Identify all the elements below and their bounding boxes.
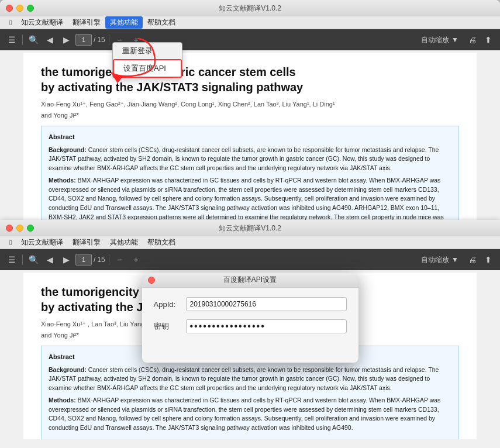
- modal-titlebar: 百度翻译API设置: [142, 273, 358, 288]
- bottom-forward-btn[interactable]: ▶: [59, 253, 73, 267]
- modal-close-button[interactable]: [148, 277, 155, 284]
- bottom-titlebar: 知云文献翻译V1.0.2: [0, 220, 500, 236]
- bottom-right-btns: 🖨 ⬆: [465, 253, 495, 267]
- bottom-zoom-in-btn[interactable]: +: [129, 253, 143, 267]
- bottom-methods-para: Methods: BMX-ARHGAP expression was chara…: [49, 396, 451, 433]
- bottom-back-btn[interactable]: ◀: [43, 253, 57, 267]
- password-input[interactable]: [186, 319, 347, 333]
- bottom-zoom-dropdown-icon[interactable]: ▼: [451, 256, 458, 264]
- menu-app[interactable]: 知云文献翻译: [16, 16, 68, 29]
- zoom-section: 自动缩放 ▼: [421, 35, 458, 45]
- appid-label: AppId:: [154, 300, 186, 309]
- modal-title: 百度翻译API设置: [223, 275, 277, 285]
- sidebar-toggle-btn[interactable]: ☰: [5, 33, 19, 47]
- api-settings-dialog: 百度翻译API设置 AppId: 密钥: [142, 273, 358, 363]
- password-label: 密钥: [154, 321, 186, 332]
- bottom-menubar:  知云文献翻译 翻译引擎 其他功能 帮助文档: [0, 236, 500, 249]
- bottom-window-title: 知云文献翻译V1.0.2: [219, 223, 281, 233]
- bottom-zoom-out-btn[interactable]: −: [113, 253, 127, 267]
- bottom-toolbar: ☰ 🔍 ◀ ▶ / 15 − + 自动缩放 ▼ 🖨 ⬆: [0, 249, 500, 270]
- bottom-menu-other-func[interactable]: 其他功能: [105, 236, 143, 249]
- zoom-dropdown-icon[interactable]: ▼: [451, 36, 458, 44]
- forward-btn[interactable]: ▶: [59, 33, 73, 47]
- menu-apple[interactable]: : [5, 18, 16, 28]
- traffic-lights: [6, 5, 34, 12]
- bottom-toolbar-sep-2: [109, 254, 109, 265]
- share-btn[interactable]: ⬆: [481, 33, 495, 47]
- bottom-background-para: Background: Cancer stem cells (CSCs), dr…: [49, 366, 451, 393]
- modal-body: AppId: 密钥: [142, 288, 358, 351]
- abstract-title: Abstract: [49, 132, 451, 142]
- menu-help-doc[interactable]: 帮助文档: [143, 16, 180, 29]
- zoom-label: 自动缩放: [421, 35, 449, 45]
- page-current-input[interactable]: [75, 34, 92, 46]
- bottom-menu-translate-ref[interactable]: 翻译引擎: [68, 236, 105, 249]
- bottom-traffic-lights: [6, 225, 34, 232]
- bottom-background-text: Cancer stem cells (CSCs), drug-resistant…: [49, 366, 439, 392]
- bottom-menu-apple[interactable]: : [5, 237, 16, 248]
- top-window: 知云文献翻译V1.0.2  知云文献翻译 翻译引擎 其他功能 帮助文档 重新登…: [0, 0, 500, 228]
- close-button[interactable]: [6, 5, 13, 12]
- minimize-button[interactable]: [16, 5, 23, 12]
- top-toolbar: ☰ 🔍 ◀ ▶ / 15 − + 自动缩放 ▼ 🖨 ⬆: [0, 29, 500, 50]
- background-label: Background:: [49, 146, 87, 153]
- appid-input[interactable]: [186, 297, 347, 311]
- password-field: 密钥: [154, 319, 347, 333]
- bottom-background-label: Background:: [49, 366, 87, 373]
- window-title: 知云文献翻译V1.0.2: [219, 4, 281, 13]
- bottom-toolbar-sep-1: [22, 254, 23, 265]
- appid-field: AppId:: [154, 297, 347, 311]
- bottom-close-button[interactable]: [6, 225, 13, 232]
- maximize-button[interactable]: [27, 5, 34, 12]
- bottom-menu-help-doc[interactable]: 帮助文档: [143, 236, 180, 249]
- background-text: Cancer stem cells (CSCs), drug-resistant…: [49, 146, 439, 172]
- methods-label: Methods:: [49, 177, 76, 184]
- bottom-page-nav: / 15: [75, 254, 105, 266]
- menu-other-func[interactable]: 其他功能: [105, 16, 143, 29]
- top-titlebar: 知云文献翻译V1.0.2: [0, 0, 500, 16]
- right-btns: 🖨 ⬆: [465, 33, 495, 47]
- bottom-share-btn[interactable]: ⬆: [481, 253, 495, 267]
- search-btn[interactable]: 🔍: [26, 33, 40, 47]
- bottom-page-sep: /: [94, 256, 95, 264]
- toolbar-sep-1: [22, 35, 23, 45]
- top-menubar:  知云文献翻译 翻译引擎 其他功能 帮助文档: [0, 16, 500, 29]
- bottom-search-btn[interactable]: 🔍: [26, 253, 40, 267]
- red-arrow: [91, 33, 161, 85]
- back-btn[interactable]: ◀: [43, 33, 57, 47]
- bottom-methods-label: Methods:: [49, 397, 76, 404]
- print-btn[interactable]: 🖨: [465, 33, 480, 47]
- menu-translate-ref[interactable]: 翻译引擎: [68, 16, 105, 29]
- bottom-print-btn[interactable]: 🖨: [465, 253, 480, 267]
- bottom-maximize-button[interactable]: [27, 225, 34, 232]
- bottom-zoom-label: 自动缩放: [421, 255, 449, 265]
- bottom-methods-text: BMX-ARHGAP expression was characterized …: [49, 397, 440, 431]
- bottom-page-total: 15: [97, 256, 105, 264]
- paper-authors-line2: and Yong Ji²*: [41, 112, 459, 119]
- bottom-minimize-button[interactable]: [16, 225, 23, 232]
- bottom-menu-app[interactable]: 知云文献翻译: [16, 236, 68, 249]
- background-para: Background: Cancer stem cells (CSCs), dr…: [49, 146, 451, 173]
- paper-authors: Xiao-Feng Xu¹⁺, Feng Gao²⁺, Jian-Jiang W…: [41, 101, 459, 108]
- bottom-zoom-section: 自动缩放 ▼: [421, 255, 458, 265]
- bottom-page-current-input[interactable]: [75, 254, 92, 266]
- bottom-sidebar-toggle-btn[interactable]: ☰: [5, 253, 19, 267]
